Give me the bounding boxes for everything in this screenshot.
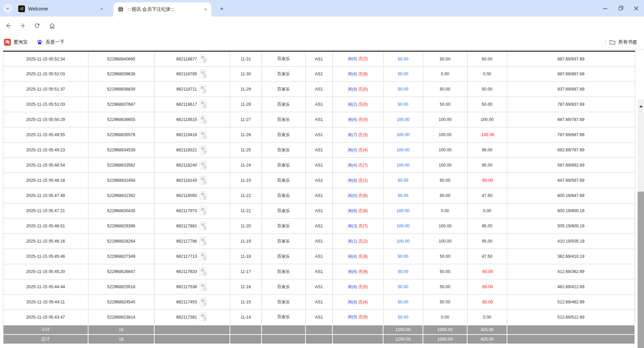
bet-amount-link[interactable]: 50.00 bbox=[398, 269, 408, 274]
bet-amount-link[interactable]: 50.00 bbox=[398, 193, 408, 198]
scrollbar-thumb[interactable] bbox=[638, 192, 644, 348]
video-record-icon[interactable] bbox=[199, 84, 208, 94]
video-record-icon[interactable] bbox=[199, 252, 208, 262]
bookmarks-divider bbox=[606, 39, 606, 46]
video-record-icon[interactable] bbox=[199, 312, 208, 322]
video-record-icon[interactable] bbox=[199, 54, 208, 64]
cell-account: AS1 bbox=[305, 279, 332, 295]
video-record-icon[interactable] bbox=[199, 176, 208, 185]
result-player: 闲(6) bbox=[348, 117, 357, 122]
cell-balance: 887.69/937.69 bbox=[507, 51, 635, 67]
cell-bet-time: 2025-11-15 05:51:37 bbox=[3, 82, 88, 97]
cell-account: AS1 bbox=[305, 203, 332, 219]
cell-balance: 837.69/887.69 bbox=[507, 82, 635, 97]
win-loss-value: 100.00 bbox=[481, 117, 493, 122]
all-bookmarks-button[interactable]: 所有书签 bbox=[609, 39, 637, 45]
cell-round: 662117786 bbox=[154, 234, 230, 249]
bet-amount-link[interactable]: 100.00 bbox=[397, 163, 409, 168]
cell-bet-id: 522968825518 bbox=[88, 279, 154, 295]
video-record-icon[interactable] bbox=[199, 100, 208, 109]
video-record-icon[interactable] bbox=[199, 69, 208, 79]
video-record-icon[interactable] bbox=[199, 221, 208, 231]
result-banker: 庄(0) bbox=[358, 117, 368, 122]
bet-amount-link[interactable]: 50.00 bbox=[398, 57, 408, 61]
cell-game-type: 百家乐 bbox=[262, 188, 305, 203]
video-record-icon[interactable] bbox=[199, 237, 208, 246]
cell-account: AS1 bbox=[305, 234, 332, 249]
bet-amount-link[interactable]: 50.00 bbox=[398, 87, 408, 92]
reload-button[interactable] bbox=[32, 21, 42, 30]
bet-amount-link[interactable]: 100.00 bbox=[397, 132, 409, 137]
restore-button[interactable] bbox=[613, 0, 628, 17]
cell-valid-amount: 0.00 bbox=[423, 67, 467, 82]
close-window-button[interactable] bbox=[628, 0, 644, 17]
bet-amount-link[interactable]: 50.00 bbox=[398, 284, 408, 289]
back-button[interactable] bbox=[4, 21, 14, 30]
tab-bet-record[interactable]: :::视讯 会员下注纪录::: bbox=[113, 2, 211, 17]
video-record-icon[interactable] bbox=[199, 115, 208, 125]
cell-bet-amount: 50.00 bbox=[383, 173, 423, 188]
bet-amount-link[interactable]: 100.00 bbox=[397, 117, 409, 122]
cell-round: 662117538 bbox=[154, 279, 230, 295]
cell-game-type: 百家乐 bbox=[262, 295, 305, 310]
bet-amount-link[interactable]: 100.00 bbox=[397, 239, 409, 244]
minimize-button[interactable] bbox=[597, 0, 613, 17]
subtotal-row: 小计181250.001050.00425.00 bbox=[3, 325, 635, 334]
tab-bet-record-close-icon[interactable] bbox=[203, 6, 209, 13]
bet-amount-link[interactable]: 100.00 bbox=[397, 148, 409, 152]
bet-amount-link[interactable]: 50.00 bbox=[398, 315, 408, 320]
video-record-icon[interactable] bbox=[199, 297, 208, 307]
result-player: 闲(3) bbox=[348, 224, 357, 228]
cell-bet-id: 522968830435 bbox=[88, 203, 154, 219]
cell-win-loss: -100.00 bbox=[467, 127, 507, 143]
round-number: 662118617 bbox=[176, 102, 197, 107]
bet-amount-link[interactable]: 100.00 bbox=[397, 224, 409, 228]
cell-round: 662118240 bbox=[154, 158, 230, 173]
cell-game-type: 百家乐 bbox=[262, 203, 305, 219]
result-player: 闲(9) bbox=[348, 315, 357, 319]
cell-valid-amount: 50.00 bbox=[423, 279, 467, 295]
cell-win-loss: 47.50 bbox=[467, 249, 507, 264]
cell-bet-amount: 50.00 bbox=[383, 295, 423, 310]
subtotal-row-count: 18 bbox=[88, 325, 154, 334]
video-record-icon[interactable] bbox=[199, 267, 208, 277]
scroll-up-button[interactable] bbox=[638, 103, 644, 109]
bet-amount-link[interactable]: 100.00 bbox=[397, 208, 409, 213]
tab-welcome-close-icon[interactable] bbox=[99, 6, 105, 12]
baidu-paw-icon bbox=[36, 39, 43, 45]
tab-search-button[interactable] bbox=[3, 4, 12, 13]
bet-amount-link[interactable]: 50.00 bbox=[398, 102, 408, 107]
bet-amount-link[interactable]: 50.00 bbox=[398, 72, 408, 76]
video-record-icon[interactable] bbox=[199, 206, 208, 216]
bet-amount-link[interactable]: 50.00 bbox=[398, 300, 408, 304]
vertical-scrollbar[interactable] bbox=[638, 99, 644, 348]
tab-welcome[interactable]: Welcome bbox=[14, 3, 107, 15]
bet-amount-link[interactable]: 50.00 bbox=[398, 254, 408, 259]
result-player: 闲(8) bbox=[348, 300, 357, 304]
bet-amount-link[interactable]: 50.00 bbox=[398, 178, 408, 183]
taobao-icon: 淘 bbox=[4, 39, 11, 46]
cell-win-loss: 95.00 bbox=[467, 143, 507, 158]
result-banker: 庄(9) bbox=[358, 269, 368, 274]
win-loss-value: 0.00 bbox=[483, 72, 491, 76]
result-player: 闲(6) bbox=[348, 72, 357, 76]
forward-button[interactable] bbox=[18, 21, 27, 30]
video-record-icon[interactable] bbox=[199, 282, 208, 292]
home-button[interactable] bbox=[47, 21, 57, 30]
cell-table-no: 11-26 bbox=[230, 127, 262, 143]
result-banker: 庄(2) bbox=[358, 239, 368, 244]
bookmark-baidu[interactable]: 百度一下 bbox=[36, 39, 64, 45]
video-record-icon[interactable] bbox=[199, 145, 208, 155]
cell-account: AS1 bbox=[305, 51, 332, 67]
new-tab-button[interactable] bbox=[217, 4, 226, 13]
cell-bet-time: 2025-11-15 05:45:20 bbox=[3, 264, 88, 279]
video-record-icon[interactable] bbox=[199, 160, 208, 170]
bookmark-aitaobao[interactable]: 淘 爱淘宝 bbox=[4, 39, 28, 46]
result-banker: 庄(7) bbox=[358, 224, 368, 228]
video-record-icon[interactable] bbox=[199, 191, 208, 201]
win-loss-value: -50.00 bbox=[481, 284, 493, 289]
cell-table-no: 11-20 bbox=[230, 219, 262, 234]
video-record-icon[interactable] bbox=[199, 130, 208, 140]
result-player: 闲(4) bbox=[348, 254, 357, 259]
bet-table-body: 2025-11-15 05:52:34522968840695662118877… bbox=[3, 51, 635, 344]
